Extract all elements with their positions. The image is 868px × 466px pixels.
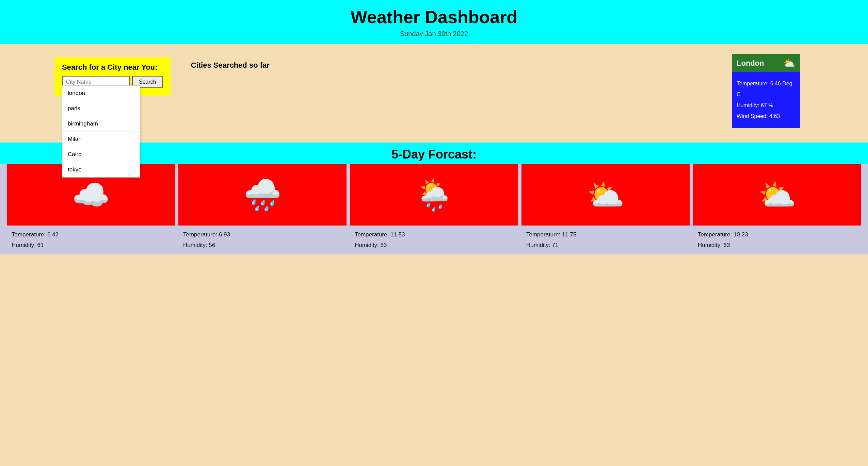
forecast-card: 🌧️Temperature: 6.93Humidity: 56 (178, 164, 347, 254)
page-date: Sunday Jan 30th 2022 (3, 30, 865, 38)
forecast-icon-box: ⛅ (693, 164, 861, 226)
forecast-weather-icon: 🌦️ (415, 177, 453, 213)
forecast-weather-icon: ⛅ (586, 177, 625, 213)
page-title: Weather Dashboard (3, 7, 865, 27)
forecast-temperature: Temperature: 10.23 (698, 230, 856, 240)
london-weather-card: London ⛅ Temperature: 6.46 Deg C Humidit… (732, 54, 800, 128)
london-wind-speed: Wind Speed: 4.63 (737, 111, 795, 122)
forecast-icon-box: 🌦️ (350, 164, 518, 226)
forecast-icon-box: 🌧️ (178, 164, 347, 226)
forecast-info: Temperature: 6.93Humidity: 56 (178, 226, 347, 254)
forecast-weather-icon: 🌧️ (243, 177, 282, 213)
forecast-humidity: Humidity: 83 (355, 240, 513, 251)
search-section: Search for a City near You: Search londo… (0, 44, 868, 143)
london-humidity: Humidity: 67 % (737, 100, 795, 111)
search-label: Search for a City near You: (62, 63, 163, 72)
dropdown-item[interactable]: birmingham (62, 116, 140, 132)
forecast-temperature: Temperature: 6.42 (12, 230, 170, 240)
dropdown-item[interactable]: london (62, 86, 140, 101)
london-card-body: Temperature: 6.46 Deg C Humidity: 67 % W… (732, 72, 800, 128)
forecast-humidity: Humidity: 61 (12, 240, 170, 251)
forecast-temperature: Temperature: 6.93 (183, 230, 342, 240)
forecast-cards-container: ☁️Temperature: 6.42Humidity: 61🌧️Tempera… (0, 164, 868, 254)
search-box: Search for a City near You: Search londo… (54, 57, 171, 96)
page-header: Weather Dashboard Sunday Jan 30th 2022 (0, 0, 868, 44)
forecast-humidity: Humidity: 56 (183, 240, 342, 251)
forecast-weather-icon: ☁️ (72, 177, 110, 213)
forecast-info: Temperature: 11.75Humidity: 71 (521, 226, 690, 254)
forecast-info: Temperature: 10.23Humidity: 63 (693, 226, 861, 254)
search-dropdown: londonparisbirminghamMilanCairotokyo (62, 85, 140, 178)
forecast-info: Temperature: 11.53Humidity: 83 (350, 226, 518, 254)
forecast-humidity: Humidity: 63 (698, 240, 856, 251)
dropdown-item[interactable]: Cairo (62, 147, 140, 162)
dropdown-item[interactable]: tokyo (62, 162, 140, 177)
forecast-weather-icon: ⛅ (758, 177, 796, 213)
forecast-icon-box: ⛅ (521, 164, 690, 226)
forecast-card: 🌦️Temperature: 11.53Humidity: 83 (350, 164, 518, 254)
cities-searched-label: Cities Searched so far (191, 61, 270, 70)
forecast-info: Temperature: 6.42Humidity: 61 (7, 226, 175, 254)
london-card-header: London ⛅ (732, 54, 800, 72)
forecast-card: ⛅Temperature: 10.23Humidity: 63 (693, 164, 861, 254)
dropdown-item[interactable]: paris (62, 101, 140, 116)
london-weather-icon: ⛅ (783, 57, 795, 69)
forecast-humidity: Humidity: 71 (526, 240, 685, 251)
dropdown-item[interactable]: Milan (62, 132, 140, 147)
forecast-card: ☁️Temperature: 6.42Humidity: 61 (7, 164, 175, 254)
forecast-temperature: Temperature: 11.75 (526, 230, 685, 240)
london-city-name: London (737, 59, 764, 68)
forecast-temperature: Temperature: 11.53 (355, 230, 513, 240)
forecast-card: ⛅Temperature: 11.75Humidity: 71 (521, 164, 690, 254)
london-temperature: Temperature: 6.46 Deg C (737, 78, 795, 100)
